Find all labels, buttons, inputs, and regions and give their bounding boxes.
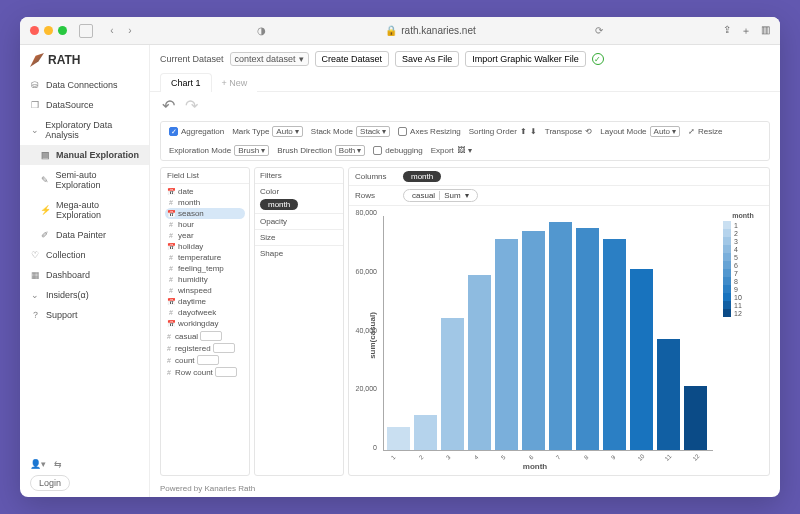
field-daytime[interactable]: 📅daytime xyxy=(165,296,245,307)
sidebar-item-datasource[interactable]: ❒DataSource xyxy=(20,95,149,115)
field-feeling_temp[interactable]: #feeling_temp xyxy=(165,263,245,274)
exploration-mode-select[interactable]: Brush▾ xyxy=(234,145,269,156)
maximize-icon[interactable] xyxy=(58,26,67,35)
legend-item[interactable]: 11 xyxy=(721,301,765,309)
field-hour[interactable]: #hour xyxy=(165,219,245,230)
bar-5[interactable] xyxy=(495,239,518,450)
rows-pill-casual[interactable]: casual Sum ▾ xyxy=(403,189,478,202)
opacity-shelf[interactable]: Opacity xyxy=(255,214,343,230)
export-button[interactable]: Export 🖼▾ xyxy=(431,146,472,155)
resize-button[interactable]: ⤢ Resize xyxy=(688,127,722,136)
measure-registered[interactable]: #registered xyxy=(165,343,245,353)
columns-shelf[interactable]: Columns month xyxy=(349,168,769,186)
stack-mode-select[interactable]: Stack▾ xyxy=(356,126,390,137)
axes-resizing-toggle[interactable]: Axes Resizing xyxy=(398,127,461,136)
bar-chart[interactable]: sum(casual) 020,00040,00060,00080,000 12… xyxy=(353,212,717,469)
aggregation-toggle[interactable]: ✓ Aggregation xyxy=(169,127,224,136)
agg-select[interactable] xyxy=(215,367,237,377)
reload-icon[interactable]: ⟳ xyxy=(595,25,603,36)
login-button[interactable]: Login xyxy=(30,475,70,491)
field-winspeed[interactable]: #winspeed xyxy=(165,285,245,296)
field-year[interactable]: #year xyxy=(165,230,245,241)
redo-icon[interactable]: ↷ xyxy=(185,96,198,115)
window-controls[interactable] xyxy=(30,26,67,35)
layout-mode-select[interactable]: Auto▾ xyxy=(650,126,680,137)
debugging-toggle[interactable]: debugging xyxy=(373,146,422,155)
sidebar-item-data-connections[interactable]: ⛁Data Connections xyxy=(20,75,149,95)
field-workingday[interactable]: 📅workingday xyxy=(165,318,245,329)
bar-11[interactable] xyxy=(657,339,680,450)
sidebar-toggle-icon[interactable] xyxy=(79,24,93,38)
size-shelf[interactable]: Size xyxy=(255,230,343,246)
color-shelf[interactable]: Color month xyxy=(255,184,343,214)
shape-shelf[interactable]: Shape xyxy=(255,246,343,261)
address-bar[interactable]: 🔒 rath.kanaries.net xyxy=(385,25,476,36)
sidebar-item-collection[interactable]: ♡Collection xyxy=(20,245,149,265)
field-month[interactable]: #month xyxy=(165,197,245,208)
bar-12[interactable] xyxy=(684,386,707,450)
sidebar-item-manual-exploration[interactable]: ▤Manual Exploration xyxy=(20,145,149,165)
back-icon[interactable]: ‹ xyxy=(105,24,119,38)
share-icon[interactable]: ⇪ xyxy=(723,24,731,38)
legend-item[interactable]: 5 xyxy=(721,253,765,261)
legend-item[interactable]: 12 xyxy=(721,309,765,317)
filters-shelf[interactable]: Filters xyxy=(255,168,343,184)
minimize-icon[interactable] xyxy=(44,26,53,35)
legend-item[interactable]: 8 xyxy=(721,277,765,285)
bar-2[interactable] xyxy=(414,415,437,450)
legend-item[interactable]: 4 xyxy=(721,245,765,253)
agg-select[interactable] xyxy=(197,355,219,365)
color-pill-month[interactable]: month xyxy=(260,199,298,210)
sidebar-item-mega-auto-exploration[interactable]: ⚡Mega-auto Exploration xyxy=(20,195,149,225)
measure-count[interactable]: #count xyxy=(165,355,245,365)
legend-item[interactable]: 10 xyxy=(721,293,765,301)
sidebar-item-semi-auto-exploration[interactable]: ✎Semi-auto Exploration xyxy=(20,165,149,195)
bar-4[interactable] xyxy=(468,275,491,451)
settings-icon[interactable]: ⇆ xyxy=(54,459,62,469)
user-icon[interactable]: 👤▾ xyxy=(30,459,46,469)
save-as-file-button[interactable]: Save As File xyxy=(395,51,459,67)
tab-new[interactable]: + New xyxy=(212,74,258,92)
measure-casual[interactable]: #casual xyxy=(165,331,245,341)
columns-pill-month[interactable]: month xyxy=(403,171,441,182)
field-humidity[interactable]: #humidity xyxy=(165,274,245,285)
current-dataset-select[interactable]: context dataset▾ xyxy=(230,52,309,66)
legend-item[interactable]: 3 xyxy=(721,237,765,245)
field-date[interactable]: 📅date xyxy=(165,186,245,197)
sidebar-item-support[interactable]: ？Support xyxy=(20,305,149,325)
agg-select[interactable] xyxy=(200,331,222,341)
legend-item[interactable]: 7 xyxy=(721,269,765,277)
field-temperature[interactable]: #temperature xyxy=(165,252,245,263)
brand-logo[interactable]: RATH xyxy=(20,45,149,75)
transpose-button[interactable]: Transpose ⟲ xyxy=(545,127,593,136)
measure-row-count[interactable]: #Row count xyxy=(165,367,245,377)
legend-item[interactable]: 6 xyxy=(721,261,765,269)
brush-direction-select[interactable]: Both▾ xyxy=(335,145,365,156)
agg-select[interactable] xyxy=(213,343,235,353)
legend-item[interactable]: 2 xyxy=(721,229,765,237)
sidebar-item-dashboard[interactable]: ▦Dashboard xyxy=(20,265,149,285)
legend-item[interactable]: 9 xyxy=(721,285,765,293)
rows-shelf[interactable]: Rows casual Sum ▾ xyxy=(349,186,769,206)
mark-type-select[interactable]: Auto▾ xyxy=(272,126,302,137)
close-icon[interactable] xyxy=(30,26,39,35)
sidebar-item-exploratory-data-analysis[interactable]: ⌄Exploratory Data Analysis xyxy=(20,115,149,145)
create-dataset-button[interactable]: Create Dataset xyxy=(315,51,390,67)
undo-icon[interactable]: ↶ xyxy=(162,96,175,115)
field-dayofweek[interactable]: #dayofweek xyxy=(165,307,245,318)
sort-desc-icon[interactable]: ⬇ xyxy=(530,127,537,136)
new-tab-icon[interactable]: ＋ xyxy=(741,24,751,38)
forward-icon[interactable]: › xyxy=(123,24,137,38)
sort-asc-icon[interactable]: ⬆ xyxy=(520,127,527,136)
bar-3[interactable] xyxy=(441,318,464,450)
bar-8[interactable] xyxy=(576,228,599,450)
bar-6[interactable] xyxy=(522,231,545,450)
sidebar-item-insiders-[interactable]: ⌄Insiders(α) xyxy=(20,285,149,305)
tabs-icon[interactable]: ▥ xyxy=(761,24,770,38)
bar-9[interactable] xyxy=(603,239,626,450)
import-gw-button[interactable]: Import Graphic Walker File xyxy=(465,51,586,67)
sidebar-item-data-painter[interactable]: ✐Data Painter xyxy=(20,225,149,245)
bar-10[interactable] xyxy=(630,269,653,450)
bar-7[interactable] xyxy=(549,222,572,450)
field-holiday[interactable]: 📅holiday xyxy=(165,241,245,252)
